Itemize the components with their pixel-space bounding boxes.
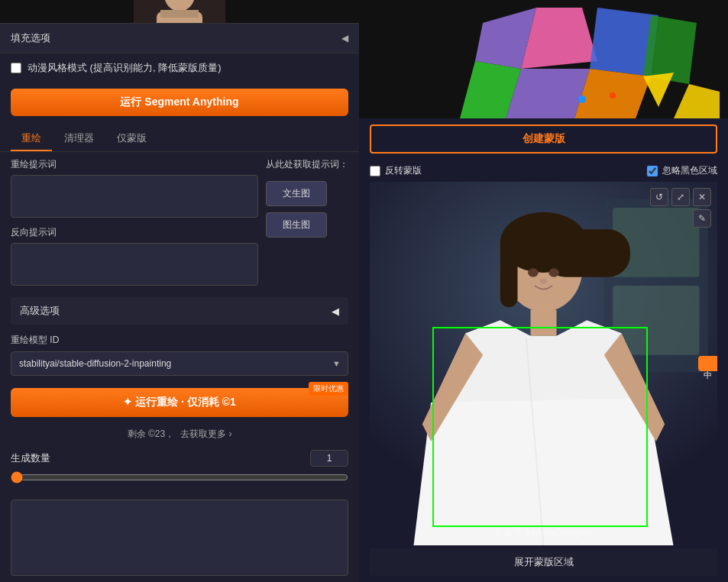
- thumbnail-area: [0, 0, 359, 23]
- expand-mask-bar[interactable]: 展开蒙版区域: [370, 548, 717, 576]
- anime-mode-checkbox[interactable]: [11, 63, 21, 73]
- fill-options-header[interactable]: 填充选项 ◀: [0, 23, 359, 53]
- model-section: 重绘模型 ID stabilityai/stable-diffusion-2-i…: [0, 328, 359, 382]
- ignore-black-checkbox[interactable]: [647, 166, 658, 176]
- main-canvas-area: ↺ ⤢ ✕ ✎ 公众号 BananaDesigner 中: [370, 182, 717, 545]
- invert-mask-checkbox[interactable]: [370, 166, 380, 176]
- generate-count-slider[interactable]: [11, 471, 348, 483]
- tabs-row: 重绘 清理器 仅蒙版: [0, 122, 359, 152]
- invert-mask-row: 反转蒙版: [370, 164, 422, 177]
- svg-rect-3: [160, 10, 199, 18]
- credits-remaining: 剩余 ©23，: [128, 428, 175, 441]
- model-select[interactable]: stabilityai/stable-diffusion-2-inpaintin…: [11, 351, 348, 376]
- output-area: [11, 500, 348, 576]
- svg-point-18: [540, 279, 547, 284]
- ignore-black-row: 忽略黑色区域: [647, 164, 717, 177]
- right-panel: 创建蒙版 反转蒙版 忽略黑色区域: [359, 0, 728, 582]
- repaint-prompt-label: 重绘提示词: [11, 158, 258, 171]
- generate-count-label: 生成数量: [11, 451, 50, 465]
- segmentation-image-area: [359, 0, 728, 118]
- get-more-credits-link[interactable]: 去获取更多 ›: [180, 428, 231, 441]
- fill-options-arrow: ◀: [341, 33, 348, 44]
- edit-icon[interactable]: ✎: [693, 209, 711, 228]
- svg-point-6: [610, 92, 616, 99]
- advanced-options-header[interactable]: 高级选项 ◀: [11, 297, 348, 325]
- prompt-inputs: 重绘提示词 反向提示词: [11, 158, 258, 288]
- tab-repaint[interactable]: 重绘: [11, 127, 52, 151]
- source-prompt-label: 从此处获取提示词：: [266, 158, 348, 171]
- close-icon[interactable]: ✕: [693, 188, 711, 206]
- anime-mode-label: 动漫风格模式 (提高识别能力, 降低蒙版质量): [28, 61, 222, 75]
- image-toolbar: ↺ ⤢ ✕: [650, 188, 711, 206]
- svg-point-17: [548, 268, 559, 276]
- generate-count-value: 1: [310, 450, 348, 467]
- limited-time-badge: 限时优惠: [309, 382, 348, 396]
- generate-count-section: 生成数量 1: [0, 445, 359, 493]
- run-repaint-button[interactable]: ✦ 运行重绘 · 仅消耗 ©1: [11, 388, 348, 417]
- photo-svg: [370, 182, 717, 545]
- mask-controls-row: 反转蒙版 忽略黑色区域: [359, 160, 728, 182]
- person-thumbnail: [134, 0, 225, 23]
- expand-icon[interactable]: ⤢: [671, 188, 690, 206]
- repaint-prompt-input[interactable]: [11, 175, 258, 218]
- segmentation-svg: [368, 0, 720, 118]
- create-mask-button[interactable]: 创建蒙版: [370, 124, 717, 154]
- svg-point-16: [528, 268, 539, 276]
- fill-options-label: 填充选项: [11, 31, 50, 45]
- text-to-image-btn[interactable]: 文生图: [266, 181, 327, 206]
- svg-rect-15: [531, 310, 557, 336]
- side-float-button[interactable]: 中: [698, 356, 717, 371]
- source-buttons: 从此处获取提示词： 文生图 图生图: [266, 158, 348, 238]
- svg-rect-13: [500, 238, 518, 308]
- run-repaint-wrapper: 限时优惠 ✦ 运行重绘 · 仅消耗 ©1: [11, 388, 348, 417]
- ignore-black-label: 忽略黑色区域: [662, 164, 717, 177]
- left-panel: 填充选项 ◀ 动漫风格模式 (提高识别能力, 降低蒙版质量) 运行 Segmen…: [0, 0, 359, 582]
- prompt-area: 重绘提示词 反向提示词 从此处获取提示词： 文生图 图生图: [0, 152, 359, 294]
- model-id-label: 重绘模型 ID: [11, 334, 348, 347]
- image-to-image-btn[interactable]: 图生图: [266, 212, 327, 238]
- generate-count-header: 生成数量 1: [11, 450, 348, 467]
- reset-icon[interactable]: ↺: [650, 188, 668, 206]
- anime-mode-row: 动漫风格模式 (提高识别能力, 降低蒙版质量): [0, 53, 359, 82]
- photo-canvas: [370, 182, 717, 545]
- tab-mask-only[interactable]: 仅蒙版: [106, 127, 157, 151]
- advanced-options-arrow: ◀: [332, 306, 339, 317]
- model-select-wrapper: stabilityai/stable-diffusion-2-inpaintin…: [11, 351, 348, 376]
- negative-prompt-label: 反向提示词: [11, 226, 258, 239]
- invert-mask-label: 反转蒙版: [385, 164, 422, 177]
- negative-prompt-input[interactable]: [11, 243, 258, 286]
- credits-row: 剩余 ©23， 去获取更多 ›: [0, 423, 359, 445]
- advanced-options-label: 高级选项: [20, 304, 60, 318]
- run-segment-button[interactable]: 运行 Segment Anything: [11, 89, 348, 116]
- svg-point-5: [578, 95, 586, 103]
- tab-cleaner[interactable]: 清理器: [53, 127, 105, 151]
- advanced-options-section: 高级选项 ◀: [11, 297, 348, 325]
